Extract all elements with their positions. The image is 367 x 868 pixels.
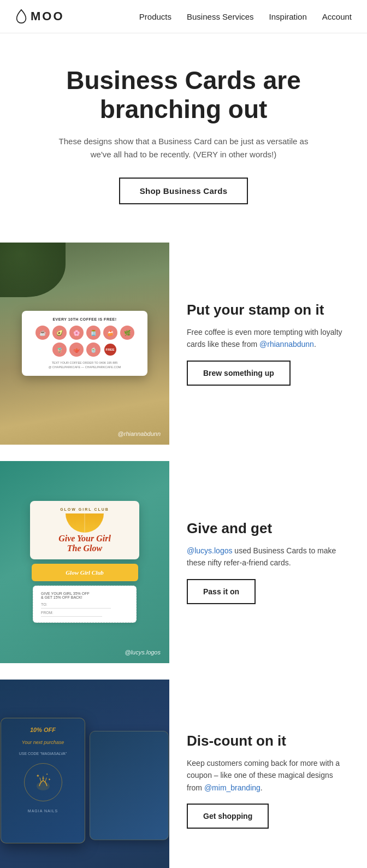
hero-section: Business Cards are branching out These d… (0, 33, 367, 226)
glow-section-title: Give and get (187, 520, 350, 537)
coffee-instagram-link[interactable]: @rhiannabdunn (259, 340, 314, 349)
brew-something-up-button[interactable]: Brew something up (187, 361, 291, 386)
coffee-content: Put your stamp on it Free coffee is even… (169, 243, 367, 445)
svg-point-1 (42, 777, 44, 780)
glow-instagram-link[interactable]: @lucys.logos (187, 546, 232, 555)
coffee-section-title: Put your stamp on it (187, 302, 350, 318)
hero-title: Business Cards are branching out (33, 66, 334, 124)
nav-products[interactable]: Products (139, 12, 171, 21)
nails-section: 10% OFF Your next purchase USE CODE "MAG… (0, 680, 367, 868)
glow-section-desc: @lucys.logos used Business Cards to make… (187, 545, 350, 569)
nails-section-title: Dis-count on it (187, 733, 350, 749)
svg-text:✦: ✦ (36, 773, 40, 778)
logo-text: MOO (31, 9, 64, 23)
get-shopping-button[interactable]: Get shopping (187, 804, 269, 829)
nails-image: 10% OFF Your next purchase USE CODE "MAG… (0, 680, 169, 868)
nav-links: Products Business Services Inspiration A… (139, 12, 352, 21)
glow-content: Give and get @lucys.logos used Business … (169, 461, 367, 663)
coffee-section: Every 10th Coffee is Free! ☕ 🥑 🌸 🫙 🍰 🌿 🧋… (0, 243, 367, 445)
navigation: MOO Products Business Services Inspirati… (0, 0, 367, 33)
nails-content: Dis-count on it Keep customers coming ba… (169, 680, 367, 868)
pass-it-on-button[interactable]: Pass it on (187, 579, 256, 604)
logo[interactable]: MOO (15, 9, 64, 24)
nav-business-services[interactable]: Business Services (187, 12, 254, 21)
hero-subtitle: These designs show that a Business Card … (52, 135, 315, 161)
glow-image: GLOW GIRL CLUB Give Your Girl The Glow (0, 461, 169, 663)
svg-text:✦: ✦ (46, 772, 48, 776)
coffee-section-desc: Free coffee is even more tempting with l… (187, 326, 350, 351)
glow-image-credit: @lucys.logos (125, 649, 161, 656)
nav-inspiration[interactable]: Inspiration (269, 12, 307, 21)
shop-business-cards-button[interactable]: Shop Business Cards (119, 178, 248, 204)
svg-text:✦: ✦ (48, 778, 51, 781)
moo-droplet-icon (15, 9, 27, 24)
svg-point-0 (37, 782, 50, 790)
glow-section: GLOW GIRL CLUB Give Your Girl The Glow (0, 461, 367, 663)
nails-instagram-link[interactable]: @mim_branding (204, 783, 261, 792)
nav-account[interactable]: Account (322, 12, 352, 21)
nails-section-desc: Keep customers coming back for more with… (187, 757, 350, 794)
coffee-image: Every 10th Coffee is Free! ☕ 🥑 🌸 🫙 🍰 🌿 🧋… (0, 243, 169, 445)
coffee-image-credit: @rhiannabdunn (118, 430, 161, 437)
